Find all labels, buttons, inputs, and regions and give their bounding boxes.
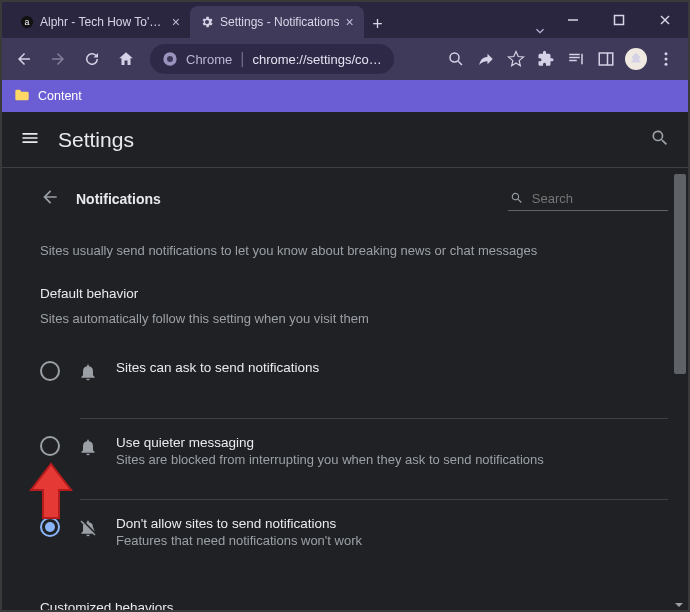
subpage-title: Notifications (76, 191, 161, 207)
option-title: Don't allow sites to send notifications (116, 516, 362, 531)
page-intro-text: Sites usually send notifications to let … (40, 243, 668, 258)
address-prefix: Chrome (186, 52, 232, 67)
svg-text:a: a (25, 17, 30, 27)
bookmark-star-icon[interactable] (502, 45, 530, 73)
close-icon[interactable]: × (172, 14, 180, 30)
window-maximize-button[interactable] (596, 2, 642, 38)
tab-label: Settings - Notifications (220, 15, 339, 29)
settings-content: Notifications Sites usually send notific… (2, 168, 688, 610)
option-subtitle: Features that need notifications won't w… (116, 533, 362, 548)
option-sites-can-ask[interactable]: Sites can ask to send notifications (40, 344, 668, 402)
folder-icon (14, 88, 30, 105)
alphr-favicon-icon: a (20, 15, 34, 29)
scrollbar-thumb[interactable] (674, 174, 686, 374)
address-url: chrome://settings/co… (252, 52, 381, 67)
svg-line-9 (458, 61, 462, 65)
page-title: Settings (58, 128, 134, 152)
default-behavior-sub: Sites automatically follow this setting … (40, 311, 668, 326)
search-icon (510, 190, 524, 206)
reading-list-icon[interactable] (562, 45, 590, 73)
radio-unselected[interactable] (40, 436, 60, 456)
option-dont-allow[interactable]: Don't allow sites to send notifications … (40, 500, 668, 564)
subpage-search-field[interactable] (508, 186, 668, 211)
browser-toolbar: Chrome | chrome://settings/co… (2, 38, 688, 80)
window-titlebar: a Alphr - Tech How To's & G × Settings -… (2, 2, 688, 38)
bell-icon (78, 437, 98, 461)
browser-tab-alphr[interactable]: a Alphr - Tech How To's & G × (10, 6, 190, 38)
home-button[interactable] (112, 45, 140, 73)
bookmark-content[interactable]: Content (38, 89, 82, 103)
menu-kebab-icon[interactable] (652, 45, 680, 73)
close-icon[interactable]: × (345, 14, 353, 30)
svg-point-8 (450, 53, 459, 62)
custom-behavior-heading: Customized behaviors (40, 600, 668, 610)
side-panel-icon[interactable] (592, 45, 620, 73)
window-minimize-button[interactable] (550, 2, 596, 38)
bell-icon (78, 362, 98, 386)
back-button[interactable] (10, 45, 38, 73)
chrome-logo-icon (162, 51, 178, 67)
menu-hamburger-icon[interactable] (20, 128, 40, 152)
svg-rect-10 (599, 53, 613, 65)
address-bar[interactable]: Chrome | chrome://settings/co… (150, 44, 394, 74)
svg-point-14 (665, 63, 668, 66)
gear-icon (200, 15, 214, 29)
zoom-icon[interactable] (442, 45, 470, 73)
radio-selected[interactable] (40, 517, 60, 537)
option-title: Use quieter messaging (116, 435, 544, 450)
settings-search-button[interactable] (650, 128, 670, 152)
tab-label: Alphr - Tech How To's & G (40, 15, 166, 29)
reload-button[interactable] (78, 45, 106, 73)
browser-tab-settings[interactable]: Settings - Notifications × (190, 6, 364, 38)
svg-point-7 (167, 56, 173, 62)
svg-point-13 (665, 58, 668, 61)
bell-off-icon (78, 518, 98, 542)
settings-appbar: Settings (2, 112, 688, 168)
radio-unselected[interactable] (40, 361, 60, 381)
scrollbar-down-arrow[interactable] (674, 596, 684, 606)
option-subtitle: Sites are blocked from interrupting you … (116, 452, 544, 467)
svg-rect-3 (615, 16, 624, 25)
default-behavior-heading: Default behavior (40, 286, 668, 301)
new-tab-button[interactable]: + (364, 10, 392, 38)
profile-avatar[interactable] (622, 45, 650, 73)
extensions-icon[interactable] (532, 45, 560, 73)
share-icon[interactable] (472, 45, 500, 73)
forward-button[interactable] (44, 45, 72, 73)
back-arrow-button[interactable] (40, 187, 60, 211)
option-title: Sites can ask to send notifications (116, 360, 319, 375)
svg-point-12 (665, 52, 668, 55)
search-input[interactable] (532, 191, 666, 206)
tab-search-button[interactable] (530, 24, 550, 38)
window-close-button[interactable] (642, 2, 688, 38)
option-quieter-messaging[interactable]: Use quieter messaging Sites are blocked … (40, 419, 668, 483)
bookmarks-bar: Content (2, 80, 688, 112)
